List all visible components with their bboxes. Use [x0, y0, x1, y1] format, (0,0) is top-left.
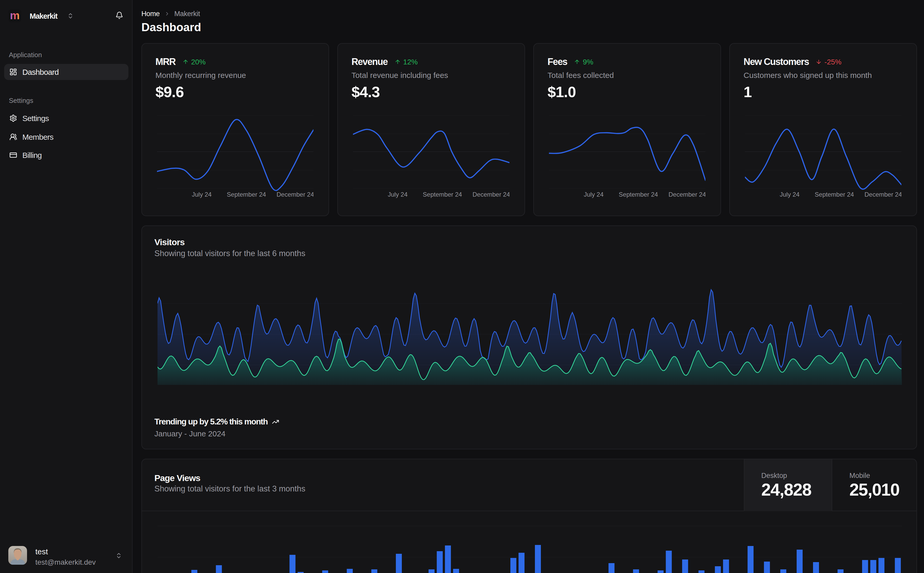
svg-text:July 24: July 24	[388, 191, 408, 198]
svg-text:September 24: September 24	[815, 191, 854, 198]
svg-text:September 24: September 24	[619, 191, 658, 198]
svg-text:September 24: September 24	[227, 191, 266, 198]
svg-text:December 24: December 24	[276, 191, 314, 198]
svg-text:September 24: September 24	[423, 191, 462, 198]
svg-text:July 24: July 24	[780, 191, 800, 198]
svg-text:December 24: December 24	[865, 191, 902, 198]
svg-text:July 24: July 24	[584, 191, 604, 198]
svg-text:December 24: December 24	[472, 191, 510, 198]
svg-text:July 24: July 24	[192, 191, 212, 198]
svg-text:m: m	[10, 9, 19, 22]
svg-text:December 24: December 24	[669, 191, 706, 198]
